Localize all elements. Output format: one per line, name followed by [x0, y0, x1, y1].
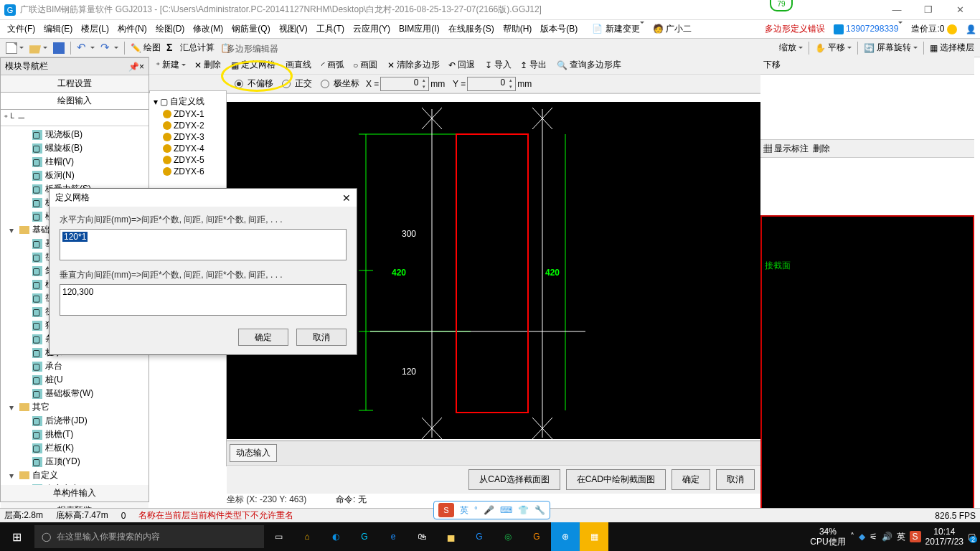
- redo-button[interactable]: [98, 42, 121, 54]
- menu-tool[interactable]: 工具(T): [312, 23, 349, 35]
- ortho-radio[interactable]: 正交: [278, 77, 316, 90]
- draw-in-cad-button[interactable]: 在CAD中绘制截面图: [566, 469, 666, 490]
- menu-bim[interactable]: BIM应用(I): [395, 23, 444, 35]
- sum-button[interactable]: Σ 汇总计算: [164, 42, 217, 54]
- polar-radio[interactable]: 极坐标: [317, 77, 363, 90]
- pan-button[interactable]: ✋ 平移: [812, 42, 854, 54]
- list-item[interactable]: ZDYX-4: [151, 143, 225, 154]
- tree-tool-1[interactable]: ⁺└: [4, 113, 14, 123]
- tray-network-icon[interactable]: ⚟: [870, 532, 877, 542]
- task-view-icon[interactable]: ▭: [264, 522, 293, 551]
- noshift-radio[interactable]: 不偏移: [231, 77, 277, 90]
- draw-line-button[interactable]: 画直线: [282, 59, 315, 71]
- list-item[interactable]: ZDYX-3: [151, 131, 225, 143]
- main-ok-button[interactable]: 确定: [672, 469, 710, 490]
- tree-node[interactable]: ▢基础板带(W): [2, 387, 147, 400]
- ime-skin-icon[interactable]: 👕: [518, 505, 529, 515]
- cortana-search[interactable]: ◯在这里输入你要搜索的内容: [34, 525, 264, 548]
- task-icon[interactable]: G: [350, 522, 379, 551]
- menu-file[interactable]: 文件(F): [3, 23, 39, 35]
- export-button[interactable]: ↥ 导出: [517, 59, 550, 71]
- y-input[interactable]: 0▴▾: [467, 77, 516, 91]
- minimize-button[interactable]: —: [881, 4, 913, 15]
- tray-volume-icon[interactable]: 🔊: [882, 532, 892, 542]
- tree-node[interactable]: ▢挑檐(T): [2, 428, 147, 441]
- dialog-cancel-button[interactable]: 取消: [296, 329, 347, 346]
- user-menu[interactable]: 🧑 广小二: [649, 23, 696, 35]
- ime-lang[interactable]: 英: [460, 504, 468, 517]
- tree-node[interactable]: ▢压顶(YD): [2, 455, 147, 468]
- task-icon[interactable]: G: [465, 522, 494, 551]
- task-icon[interactable]: ▦: [580, 522, 608, 551]
- new-file-button[interactable]: [3, 42, 27, 54]
- tray-chevron-icon[interactable]: ˄: [850, 532, 854, 542]
- maximize-button[interactable]: ❐: [913, 4, 944, 15]
- menu-edit[interactable]: 编辑(E): [39, 23, 77, 35]
- show-label-button[interactable]: ▦ 显示标注: [763, 143, 809, 155]
- pin-icon[interactable]: 📌: [128, 62, 139, 72]
- scale-button[interactable]: 缩放: [776, 42, 806, 54]
- menu-modify[interactable]: 修改(M): [189, 23, 227, 35]
- ime-mic-icon[interactable]: 🎤: [484, 505, 494, 515]
- menu-help[interactable]: 帮助(H): [499, 23, 537, 35]
- tree-node[interactable]: ▢现浇板(B): [2, 128, 147, 141]
- dialog-ok-button[interactable]: 确定: [238, 329, 288, 346]
- list-item[interactable]: ZDYX-5: [151, 154, 225, 166]
- right-preview-canvas[interactable]: 接截面: [760, 215, 974, 517]
- select-floor-button[interactable]: ▦ 选择楼层: [927, 42, 977, 54]
- dynamic-input-button[interactable]: 动态输入: [230, 444, 277, 462]
- tree-node[interactable]: ▢承台: [2, 359, 147, 373]
- task-edge-icon[interactable]: e: [379, 522, 407, 551]
- tree-node[interactable]: ▢螺旋板(B): [2, 141, 147, 155]
- new-change-button[interactable]: 📄 新建变更: [588, 23, 648, 35]
- tab-single-component[interactable]: 单构件输入: [1, 485, 149, 502]
- open-file-button[interactable]: [27, 42, 50, 54]
- tab-project-settings[interactable]: 工程设置: [1, 75, 149, 93]
- define-grid-button[interactable]: ▦ 定义网格: [227, 59, 279, 71]
- list-item[interactable]: ZDYX-2: [151, 120, 225, 131]
- tree-node[interactable]: ▢后浇带(JD): [2, 414, 147, 428]
- list-root[interactable]: ▾▢ 自定义线: [151, 95, 225, 108]
- tray-sogou-icon[interactable]: S: [910, 531, 921, 542]
- person-icon[interactable]: 👤: [961, 24, 980, 34]
- task-icon[interactable]: ⌂: [293, 522, 321, 551]
- tree-node[interactable]: ▢柱帽(V): [2, 155, 147, 169]
- clock[interactable]: 10:142017/7/23: [925, 527, 963, 547]
- menu-draw[interactable]: 绘图(D): [151, 23, 189, 35]
- tree-node[interactable]: ▢桩(U: [2, 373, 147, 387]
- task-explorer-icon[interactable]: ▅: [436, 522, 465, 551]
- start-button[interactable]: ⊞: [0, 530, 33, 544]
- tree-node[interactable]: ▢栏板(K): [2, 441, 147, 455]
- r-down[interactable]: 下移: [763, 59, 781, 71]
- account-link[interactable]: 13907298339: [829, 24, 907, 34]
- poly-delete-button[interactable]: ✕ 删除: [191, 59, 225, 71]
- rotate-button[interactable]: 🔄 屏幕旋转: [861, 42, 920, 54]
- menu-component[interactable]: 构件(N): [113, 23, 151, 35]
- panel-close-icon[interactable]: ×: [139, 62, 144, 72]
- task-icon[interactable]: G: [522, 522, 551, 551]
- tray-lang[interactable]: 英: [897, 531, 905, 543]
- x-input[interactable]: 0▴▾: [380, 77, 429, 91]
- ime-sogou-icon[interactable]: S: [438, 503, 454, 517]
- main-cancel-button[interactable]: 取消: [716, 469, 755, 490]
- vertical-spacing-input[interactable]: 120,300: [60, 284, 347, 316]
- clear-polygon-button[interactable]: ✕ 清除多边形: [384, 59, 443, 71]
- tree-node[interactable]: ▢板洞(N): [2, 169, 147, 182]
- menu-rebar[interactable]: 钢筋量(Q): [227, 23, 274, 35]
- tab-draw-input[interactable]: 绘图输入: [1, 93, 149, 110]
- menu-view[interactable]: 视图(V): [275, 23, 312, 35]
- undo-button[interactable]: [74, 42, 98, 54]
- notification-icon[interactable]: ▢2: [968, 532, 976, 542]
- ime-settings-icon[interactable]: 🔧: [534, 505, 545, 515]
- task-icon[interactable]: ◎: [494, 522, 522, 551]
- draw-circle-button[interactable]: ○ 画圆: [349, 59, 381, 71]
- draw-arc-button[interactable]: ◜ 画弧: [318, 59, 348, 71]
- menu-floor[interactable]: 楼层(L): [77, 23, 113, 35]
- menu-version[interactable]: 版本号(B): [536, 23, 582, 35]
- draw-button[interactable]: ✏️ 绘图: [128, 42, 164, 54]
- ime-punct-icon[interactable]: °: [474, 505, 478, 515]
- ime-toolbar[interactable]: S 英 ° 🎤 ⌨ 👕 🔧: [433, 501, 550, 519]
- ime-keyboard-icon[interactable]: ⌨: [500, 505, 512, 515]
- list-item[interactable]: ZDYX-1: [151, 108, 225, 120]
- list-item[interactable]: ZDYX-6: [151, 166, 225, 177]
